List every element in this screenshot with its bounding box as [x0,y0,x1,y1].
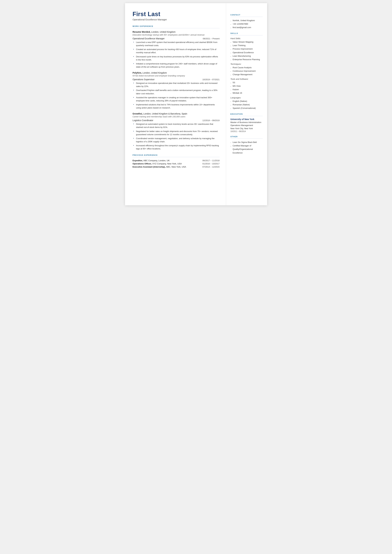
language-1: Romanian (Native) [231,103,263,106]
company-location-1: London, United Kingdom [151,31,175,33]
job-block-2: Polyhire, London, United Kingdom NYSE-li… [133,71,220,109]
languages-label: Languages: [231,97,263,99]
prev-exp-row-1: Expeditor, ABC Company, London, UK 06/20… [133,159,220,162]
edu-degree-0: Master of Business Administration Operat… [231,121,263,130]
other-item-1: Certified Manager of Quality/Organizatio… [231,144,263,154]
contact-divider [231,17,263,17]
company-location-2: London, United Kingdom [142,71,167,74]
contact-item-1: +44 1234567890 [231,22,263,26]
contact-list: Norfolk, United Kingdom +44 1234567890 f… [231,19,263,29]
role-row-2: Operations Supervisor 10/2019 – 07/2021 [133,78,220,81]
bullet-1-4: Initiated a comprehensive training progr… [133,62,220,69]
hard-skill-2: Process Improvement [231,47,263,51]
other-item-0: Lean Six Sigma Black Belt [231,140,263,144]
hard-skill-5: Enterprise Resource Planning [231,58,263,61]
prev-exp-label-2: Operations Officer, XYZ Company, New Yor… [133,162,182,165]
hard-skill-0: Value Stream Mapping [231,40,263,44]
role-dates-3: 12/2018 – 09/2019 [202,119,219,122]
contact-item-0: Norfolk, United Kingdom [231,19,263,22]
prev-exp-row-2: Operations Officer, XYZ Company, New Yor… [133,162,220,165]
prev-exp-row-3: Executive Assistant (Internship), ABC, N… [133,166,220,168]
role-title-3: Logistics Coordinator [133,119,154,122]
tool-1: MS Visio [231,84,263,88]
company-name-row-2: Polyhire, London, United Kingdom [133,71,220,74]
other-header: OTHER [231,136,263,138]
language-2: Spanish (Conversational) [231,106,263,110]
techniques-list: Root Cause Analysis Continuous Improveme… [231,66,263,76]
bullet-3-1: Designed an automated system to track in… [133,123,220,129]
company-desc-1: Education technology startup with 50+ em… [133,34,220,36]
education-divider [231,116,263,116]
role-title-1: Operational Excellence Manager [133,37,165,40]
prev-exp-dates-3: 07/2014 – 12/2015 [202,166,219,168]
other-list: Lean Six Sigma Black Belt Certified Mana… [231,140,263,154]
hard-skill-3: Operational Excellence [231,51,263,54]
role-dates-1: 08/2021 – Present [203,37,219,40]
bullet-3-2: Negotiated for better rates on freight s… [133,130,220,136]
bullet-1-3: Decreased cycle times on key business pr… [133,55,220,61]
bullet-1-2: Created an automated process for trackin… [133,48,220,54]
tool-0: 5S [231,81,263,84]
role-title-2: Operations Supervisor [133,78,154,81]
contact-header: CONTACT [231,14,263,16]
prev-exp-bold-1: Expeditor, [133,159,143,162]
hard-skill-1: Lean Thinking [231,44,263,47]
hard-skills-label: Hard Skills: [231,37,263,40]
candidate-title: Operational Excellence Manager [133,18,220,21]
company-desc-2: NYSE-listed recruitment and employer bra… [133,75,220,77]
bullet-2-1: Designed an innovative operational plan … [133,82,220,88]
company-name-3: Growthsi, [133,112,143,115]
edu-school-0: University of New York [231,118,263,120]
technique-1: Continuous Improvement [231,69,263,73]
tool-2: Kaizen [231,88,263,91]
role-dates-2: 10/2019 – 07/2021 [202,78,219,81]
hard-skill-4: Lean Manufacturing [231,54,263,58]
skills-divider [231,35,263,35]
previous-experience-header: PREVIOUS EXPERIENCE [133,154,220,156]
prev-exp-label-3: Executive Assistant (Internship), ABC, N… [133,166,186,168]
sidebar: CONTACT Norfolk, United Kingdom +44 1234… [226,3,267,205]
job-block-3: Growthsi, London, United Kingdom & Barce… [133,112,220,150]
company-location-3: London, United Kingdom & Barcelona, Spai… [143,112,187,115]
prev-exp-rest-3: ABC, New York, USA [165,166,186,168]
bullet-list-2: Designed an innovative operational plan … [133,82,220,109]
prev-exp-dates-1: 06/2017 – 11/2018 [202,159,219,162]
education-header: EDUCATION [231,113,263,115]
company-name-row-1: Resume Worded, London, United Kingdom [133,30,220,33]
language-0: English (Native) [231,99,263,103]
previous-experience-divider [133,157,220,157]
prev-exp-dates-2: 01/2016 – 10/2017 [202,162,219,165]
prev-exp-rest-2: XYZ Company, New York, USA [152,162,182,165]
prev-exp-rest-1: ABC Company, London, UK [143,159,170,162]
company-name-1: Resume Worded, [133,31,151,33]
tool-3: Minitab 16 [231,91,263,95]
role-row-1: Operational Excellence Manager 08/2021 –… [133,37,220,40]
bullet-2-3: Assisted the operations manager in creat… [133,96,220,102]
resume-page: First Last Operational Excellence Manage… [125,3,267,205]
skills-header: SKILLS [231,32,263,34]
work-experience-divider [133,28,220,28]
company-desc-3: Career training and membership SaaS with… [133,115,220,118]
tools-label: Tools and Software: [231,78,263,80]
technique-2: Change Management [231,73,263,76]
company-name-row-3: Growthsi, London, United Kingdom & Barce… [133,112,220,115]
bullet-list-3: Designed an automated system to track in… [133,123,220,150]
prev-exp-label-1: Expeditor, ABC Company, London, UK [133,159,170,162]
company-name-2: Polyhire, [133,71,142,74]
work-experience-header: WORK EXPERIENCE [133,25,220,27]
role-row-3: Logistics Coordinator 12/2018 – 09/2019 [133,119,220,122]
bullet-3-4: Increased efficiency throughout the comp… [133,144,220,150]
main-column: First Last Operational Excellence Manage… [125,3,226,205]
job-block-1: Resume Worded, London, United Kingdom Ed… [133,30,220,69]
candidate-name: First Last [133,11,220,18]
techniques-label: Techniques: [231,63,263,65]
bullet-3-3: Coordinated vendor management, negotiati… [133,137,220,143]
edu-block-0: University of New York Master of Busines… [231,118,263,133]
prev-exp-bold-2: Operations Officer, [133,162,152,165]
tools-list: 5S MS Visio Kaizen Minitab 16 [231,81,263,95]
bullet-1-1: Launched a new ERP system that boosted o… [133,41,220,47]
bullet-list-1: Launched a new ERP system that boosted o… [133,41,220,69]
hard-skills-list: Value Stream Mapping Lean Thinking Proce… [231,40,263,61]
contact-item-2: first.last@gmail.com [231,26,263,29]
languages-list: English (Native) Romanian (Native) Spani… [231,99,263,110]
